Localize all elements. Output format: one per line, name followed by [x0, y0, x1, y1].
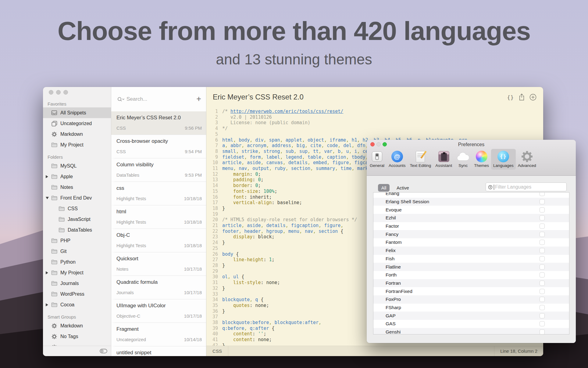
snippet-row-cross-browser-opacity[interactable]: Cross-browser opacityCSS9:54 PM: [111, 135, 206, 158]
language-row-evoque[interactable]: Evoque: [373, 206, 569, 214]
snippet-row-css[interactable]: cssHighlight Tests10/18/18: [111, 182, 206, 205]
language-checkbox[interactable]: [540, 313, 545, 318]
snippet-row-fragment[interactable]: FragmentUncategorized10/14/18: [111, 323, 206, 346]
sidebar-item-uncategorized[interactable]: Uncategorized: [43, 118, 111, 129]
sidebar-item-markdown[interactable]: Markdown: [43, 129, 111, 139]
language-checkbox[interactable]: [540, 256, 545, 261]
language-checkbox[interactable]: [540, 264, 545, 269]
tab-general[interactable]: General: [368, 149, 387, 170]
tab-languages[interactable]: {}Languages: [491, 149, 516, 170]
language-checkbox[interactable]: [540, 240, 545, 245]
sidebar-item-item[interactable]: [43, 342, 111, 346]
snippet-row-uiimage-with-uicolor[interactable]: UIImage with UIColorObjective-C10/17/18: [111, 299, 206, 323]
sidebar-item-no-tags[interactable]: No Tags: [43, 331, 111, 342]
sidebar-item-apple[interactable]: Apple: [43, 171, 111, 182]
language-row-erlang[interactable]: Erlang: [373, 192, 569, 198]
sidebar-item-journals[interactable]: Journals: [43, 278, 111, 289]
snippet-row-untitled-snippet[interactable]: untitled snippetUncategorized: [111, 346, 206, 356]
sidebar-item-my-project[interactable]: My Project: [43, 267, 111, 278]
sidebar-item-markdown[interactable]: Markdown: [43, 320, 111, 331]
sidebar-item-git[interactable]: Git: [43, 246, 111, 257]
tab-text-editing[interactable]: Text Editing: [408, 149, 433, 170]
disclosure-expanded-icon[interactable]: [46, 197, 49, 199]
language-name: Forth: [386, 272, 397, 278]
disclosure-collapsed-icon[interactable]: [46, 303, 48, 306]
sidebar-item-mysql[interactable]: MySQL: [43, 161, 111, 171]
snippet-row-quadratic-formula[interactable]: Quadratic formulaJournals10/17/18: [111, 276, 206, 299]
disclosure-collapsed-icon[interactable]: [46, 271, 48, 274]
sidebar-item-all-snippets[interactable]: All Snippets: [43, 107, 111, 118]
snippet-row-eric-meyer-s-css-reset-2-0[interactable]: Eric Meyer’s CSS Reset 2.0CSS9:56 PM: [111, 111, 206, 135]
language-row-factor[interactable]: Factor: [373, 222, 569, 230]
sidebar-toggle-icon[interactable]: [100, 349, 107, 355]
code-line: 4*/: [206, 126, 543, 132]
fragments-icon[interactable]: {}: [507, 95, 514, 101]
language-checkbox[interactable]: [540, 280, 545, 286]
language-checkbox[interactable]: [540, 297, 545, 302]
sidebar-item-datatables[interactable]: DataTables: [43, 225, 111, 235]
scope-active-button[interactable]: Active: [397, 184, 409, 192]
language-checkbox[interactable]: [540, 207, 545, 212]
language-checkbox[interactable]: [540, 248, 545, 253]
language-row-fantom[interactable]: Fantom: [373, 238, 569, 247]
language-row-erlang-shell-session[interactable]: Erlang Shell Session: [373, 198, 569, 206]
language-checkbox[interactable]: [540, 232, 545, 237]
search-input[interactable]: Search...: [127, 96, 147, 102]
language-checkbox[interactable]: [540, 321, 545, 327]
language-checkbox[interactable]: [540, 192, 545, 196]
snippet-timestamp: 10/17/18: [184, 290, 202, 295]
sidebar-item-python[interactable]: Python: [43, 257, 111, 267]
language-checkbox[interactable]: [540, 272, 545, 278]
language-row-fancy[interactable]: Fancy: [373, 230, 569, 238]
tab-themes[interactable]: Themes: [472, 149, 491, 170]
languages-panel: All Active Filter Languages ErlangErlang…: [367, 176, 576, 343]
sidebar-item-notes[interactable]: Notes: [43, 182, 111, 193]
share-icon[interactable]: [519, 93, 525, 102]
language-checkbox[interactable]: [540, 289, 545, 294]
snippet-row-quicksort[interactable]: QuicksortNotes10/17/18: [111, 252, 206, 276]
language-row-gap[interactable]: GAP: [373, 312, 569, 320]
language-row-forth[interactable]: Forth: [373, 271, 569, 279]
sidebar-item-css[interactable]: CSS: [43, 203, 111, 214]
language-row-gas[interactable]: GAS: [373, 320, 569, 328]
add-snippet-button[interactable]: +: [196, 95, 201, 103]
tab-advanced[interactable]: Advanced: [516, 149, 538, 170]
language-checkbox[interactable]: [540, 224, 545, 229]
snippet-row-html[interactable]: htmlHighlight Tests10/18/18: [111, 205, 206, 229]
tab-sync[interactable]: Sync: [454, 149, 472, 170]
language-row-fortran[interactable]: Fortran: [373, 279, 569, 287]
sidebar-item-cocoa[interactable]: Cocoa: [43, 299, 111, 310]
language-row-foxpro[interactable]: FoxPro: [373, 295, 569, 304]
search-icon[interactable]: [117, 97, 126, 103]
scope-all-button[interactable]: All: [378, 184, 390, 192]
language-row-fish[interactable]: Fish: [373, 255, 569, 263]
sidebar-item-label: Markdown: [60, 323, 83, 329]
add-circle-icon[interactable]: [529, 94, 536, 102]
sidebar-item-php[interactable]: PHP: [43, 235, 111, 246]
filter-languages-field[interactable]: Filter Languages: [486, 182, 567, 191]
tab-assistant[interactable]: Assistant: [433, 149, 454, 170]
language-list[interactable]: ErlangErlang Shell SessionEvoqueEzhilFac…: [373, 192, 569, 334]
sidebar-item-wordpress[interactable]: WordPress: [43, 289, 111, 299]
sidebar-item-my-project[interactable]: My Project: [43, 139, 111, 150]
snippet-row-obj-c[interactable]: Obj-CHighlight Tests10/18/18: [111, 229, 206, 252]
language-row-flatline[interactable]: Flatline: [373, 263, 569, 271]
language-checkbox[interactable]: [540, 305, 545, 310]
language-row-fortranfixed[interactable]: FortranFixed: [373, 287, 569, 295]
language-checkbox[interactable]: [540, 330, 545, 334]
snippet-row-column-visibility[interactable]: Column visibilityDataTables9:53 PM: [111, 158, 206, 182]
code-text: content: none;: [222, 337, 272, 343]
tab-accounts[interactable]: @Accounts: [387, 149, 408, 170]
sidebar-item-javascript[interactable]: JavaScript: [43, 214, 111, 225]
language-checkbox[interactable]: [540, 215, 545, 221]
sidebar-item-label: Uncategorized: [60, 121, 92, 126]
language-badge[interactable]: CSS: [206, 346, 228, 356]
language-row-fsharp[interactable]: FSharp: [373, 304, 569, 312]
disclosure-collapsed-icon[interactable]: [46, 175, 48, 178]
language-row-ezhil[interactable]: Ezhil: [373, 214, 569, 222]
language-checkbox[interactable]: [540, 199, 545, 204]
sidebar-item-front-end-dev[interactable]: Front End Dev: [43, 193, 111, 203]
language-row-genshi[interactable]: Genshi: [373, 328, 569, 334]
language-row-felix[interactable]: Felix: [373, 247, 569, 255]
line-number: 9: [206, 154, 222, 160]
